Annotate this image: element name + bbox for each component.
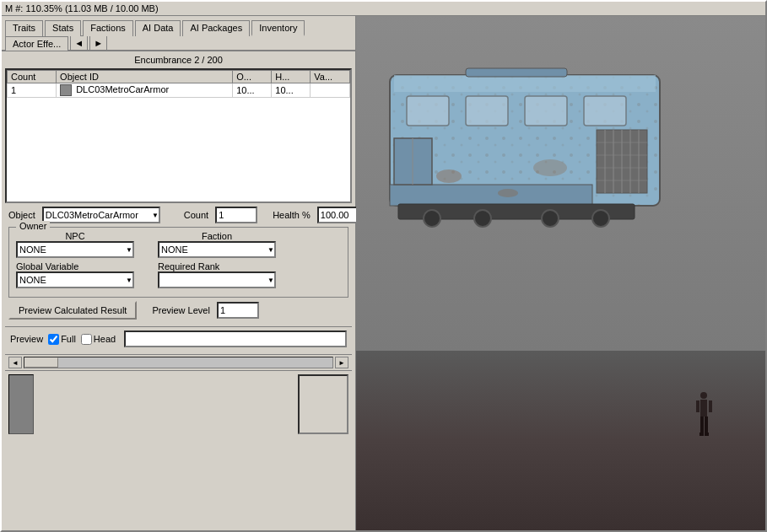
tab-arrow-right[interactable]: ► [89,35,107,50]
cell-object-id-text: DLC03MetroCarArmor [76,84,169,94]
armor-icon [60,84,72,96]
preview-text-input[interactable] [124,330,347,347]
svg-point-21 [533,159,567,176]
svg-rect-17 [390,185,592,206]
col-va: Va... [311,71,350,83]
required-rank-label: Required Rank [158,261,219,271]
preview-label: Preview [10,334,43,344]
npc-select[interactable]: NONE [16,241,134,258]
tabs: Traits Stats Factions AI Data AI Package… [2,16,355,51]
cell-h: 10... [272,83,311,98]
preview-calculated-btn[interactable]: Preview Calculated Result [8,301,137,320]
npc-faction-row: NPC NONE Faction [16,231,341,258]
svg-rect-4 [466,96,508,126]
svg-point-24 [424,210,440,227]
horizontal-scroll-area: ◄ ► [5,354,352,370]
svg-rect-36 [696,400,699,412]
scroll-thumb[interactable] [24,357,58,368]
global-variable-select[interactable]: NONE [16,271,134,288]
inventory-table: Count Object ID O... H... Va... 1 [7,70,350,98]
global-rank-row: Global Variable NONE Required Rank [16,261,341,288]
mini-view-right [298,374,348,434]
svg-point-27 [592,210,609,227]
form-area: Object DLC03MetroCarArmor Count Health % [5,203,352,326]
table-row[interactable]: 1 DLC03MetroCarArmor 10... 10... [8,83,350,98]
svg-rect-34 [700,416,704,433]
tab-arrow-left[interactable]: ◄ [70,35,88,50]
cell-count: 1 [8,83,57,98]
npc-select-wrapper: NONE [16,241,134,258]
full-label: Full [61,334,76,344]
tab-ai-packages[interactable]: AI Packages [182,20,250,36]
preview-bar: Preview Full Head [5,326,352,351]
train-car-svg [381,50,668,235]
inventory-table-container[interactable]: Count Object ID O... H... Va... 1 [5,68,352,203]
svg-point-32 [700,392,707,399]
required-rank-select[interactable] [158,271,276,288]
svg-rect-39 [705,433,709,436]
tab-traits[interactable]: Traits [5,20,43,36]
head-checkbox[interactable] [81,334,92,345]
tab-factions[interactable]: Factions [83,20,133,36]
scroll-left-btn[interactable]: ◄ [8,357,22,368]
svg-point-26 [542,210,559,227]
svg-rect-35 [705,416,708,433]
cell-va [311,83,350,98]
scroll-track[interactable] [24,357,333,368]
svg-rect-5 [525,96,567,126]
head-label: Head [94,334,116,344]
svg-rect-2 [394,75,656,92]
count-label: Count [184,210,208,220]
top-bar: M #: 110.35% (11.03 MB / 10.00 MB) [2,2,765,16]
svg-point-20 [436,169,462,183]
left-panel: Traits Stats Factions AI Data AI Package… [2,16,356,530]
tab-stats[interactable]: Stats [45,20,81,36]
train-car [381,50,668,235]
object-row: Object DLC03MetroCarArmor Count Health % [8,207,348,223]
figure-svg [694,391,715,446]
viewport-canvas [356,16,765,530]
inventory-panel: Encumbrance 2 / 200 Count Object ID O...… [2,51,355,530]
preview-row: Preview Calculated Result Preview Level [8,301,348,320]
object-label: Object [8,210,35,220]
owner-group: Owner NPC NONE Fac [8,227,348,298]
owner-legend: Owner [16,221,50,231]
bottom-area [5,370,352,438]
svg-rect-38 [699,433,704,436]
content-area: Traits Stats Factions AI Data AI Package… [2,16,765,530]
full-checkbox-label[interactable]: Full [48,334,76,345]
main-window: M #: 110.35% (11.03 MB / 10.00 MB) Trait… [0,0,767,532]
faction-select-wrapper: NONE [158,241,276,258]
svg-rect-6 [584,96,626,126]
svg-rect-3 [407,96,449,126]
preview-level-input[interactable] [217,302,259,319]
cell-o: 10... [233,83,272,98]
full-checkbox[interactable] [48,334,59,345]
tab-ai-data[interactable]: AI Data [135,20,181,36]
encumbrance-label: Encumbrance 2 / 200 [5,55,352,65]
global-select-wrapper: NONE [16,271,134,288]
right-panel [356,16,765,530]
svg-point-25 [474,210,491,227]
object-select[interactable]: DLC03MetroCarArmor [42,207,160,223]
svg-point-22 [498,189,518,197]
tab-actor-effects[interactable]: Actor Effe... [5,36,68,51]
col-o: O... [233,71,272,83]
table-header-row: Count Object ID O... H... Va... [8,71,350,83]
character-figure [694,391,715,446]
svg-rect-37 [709,400,712,412]
preview-level-label: Preview Level [152,305,209,315]
tab-inventory[interactable]: Inventory [251,20,305,36]
svg-rect-28 [466,68,567,77]
scroll-right-btn[interactable]: ► [335,357,348,368]
health-label: Health % [273,210,311,220]
head-checkbox-label[interactable]: Head [81,334,116,345]
cell-object-id: DLC03MetroCarArmor [57,83,233,98]
faction-select[interactable]: NONE [158,241,276,258]
npc-label: NPC [16,231,134,241]
global-variable-label: Global Variable [16,261,78,271]
col-count: Count [8,71,57,83]
count-input[interactable] [215,207,257,223]
col-object-id: Object ID [57,71,233,83]
memory-info: M #: 110.35% (11.03 MB / 10.00 MB) [5,3,159,13]
